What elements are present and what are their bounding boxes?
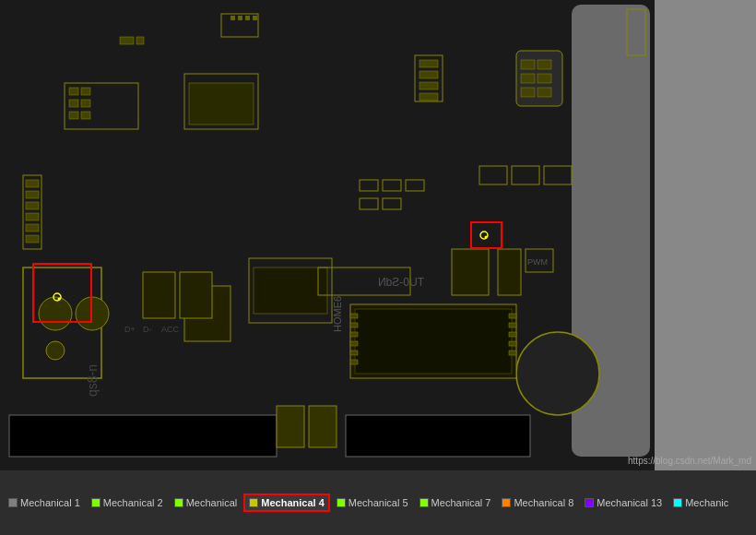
layer-item-mech3[interactable]: Mechanical — [170, 494, 242, 511]
svg-rect-40 — [9, 415, 277, 457]
layer-color-mech5 — [337, 498, 346, 507]
layer-bar: Mechanical 1Mechanical 2MechanicalMechan… — [0, 470, 756, 535]
svg-rect-58 — [26, 202, 39, 209]
layer-item-mech5[interactable]: Mechanical 5 — [332, 494, 413, 511]
highlight-box-2 — [470, 221, 502, 249]
svg-rect-27 — [537, 74, 551, 83]
layer-color-mech1 — [8, 498, 18, 507]
layer-item-mech2[interactable]: Mechanical 2 — [87, 494, 168, 511]
svg-rect-70 — [509, 314, 516, 318]
svg-rect-66 — [350, 332, 358, 337]
svg-rect-84 — [180, 272, 212, 318]
svg-rect-63 — [355, 309, 512, 374]
svg-rect-5 — [245, 16, 250, 20]
svg-rect-65 — [350, 323, 358, 327]
svg-text:PWM: PWM — [527, 257, 548, 267]
svg-rect-41 — [346, 415, 530, 457]
svg-rect-26 — [521, 74, 535, 83]
highlight-box-1 — [32, 263, 92, 323]
svg-rect-73 — [509, 341, 516, 346]
svg-rect-12 — [69, 100, 78, 107]
layer-color-mech3 — [174, 498, 183, 507]
svg-rect-68 — [350, 351, 358, 355]
svg-rect-7 — [120, 37, 134, 44]
svg-rect-25 — [537, 60, 551, 69]
layer-label-mech7: Mechanical 7 — [431, 497, 491, 508]
right-panel — [655, 0, 756, 470]
layer-item-mech4[interactable]: Mechanical 4 — [243, 493, 329, 512]
svg-rect-43 — [309, 406, 337, 447]
svg-rect-36 — [254, 268, 327, 314]
svg-rect-72 — [509, 332, 516, 337]
svg-rect-64 — [350, 314, 358, 318]
layer-label-mech2: Mechanical 2 — [103, 497, 163, 508]
svg-rect-42 — [277, 406, 304, 447]
svg-rect-56 — [26, 180, 39, 187]
layer-color-mech13 — [585, 498, 594, 507]
svg-text:HOME6: HOME6 — [332, 296, 343, 332]
svg-rect-39 — [498, 249, 521, 295]
svg-rect-59 — [26, 213, 39, 220]
svg-rect-6 — [253, 16, 257, 20]
layer-label-mech1: Mechanical 1 — [20, 497, 80, 508]
svg-rect-74 — [509, 351, 516, 355]
layer-color-mech4 — [249, 498, 258, 507]
svg-rect-57 — [26, 191, 39, 198]
svg-rect-11 — [81, 88, 90, 95]
svg-point-44 — [516, 332, 599, 415]
layer-item-mech1[interactable]: Mechanical 1 — [4, 494, 85, 511]
svg-text:D-: D- — [143, 325, 152, 334]
layer-item-mech13[interactable]: Mechanical 13 — [580, 494, 667, 511]
svg-rect-83 — [143, 272, 175, 318]
svg-rect-21 — [419, 82, 438, 89]
svg-rect-29 — [537, 88, 551, 97]
svg-rect-22 — [419, 93, 438, 101]
svg-rect-69 — [350, 360, 358, 364]
layer-item-mech8[interactable]: Mechanical 8 — [497, 494, 578, 511]
layer-color-mechx — [673, 498, 682, 507]
svg-rect-61 — [26, 235, 39, 243]
svg-rect-3 — [230, 16, 235, 20]
svg-rect-71 — [509, 323, 516, 327]
svg-rect-10 — [69, 88, 78, 95]
svg-rect-20 — [419, 71, 438, 78]
layer-item-mech7[interactable]: Mechanical 7 — [415, 494, 496, 511]
svg-rect-60 — [26, 224, 39, 232]
layer-label-mech8: Mechanical 8 — [514, 497, 573, 508]
svg-rect-28 — [521, 88, 535, 97]
layer-label-mech5: Mechanical 5 — [348, 497, 408, 508]
svg-rect-17 — [189, 83, 254, 125]
svg-rect-13 — [81, 100, 90, 107]
layer-color-mech8 — [502, 498, 511, 507]
layer-item-mechx[interactable]: Mechanic — [668, 494, 733, 511]
layer-label-mech4: Mechanical 4 — [261, 497, 324, 508]
svg-rect-38 — [452, 249, 489, 295]
svg-rect-67 — [350, 341, 358, 346]
pcb-svg: qs8-n TU0-SdN HOME6 PWM D+ D- ACC — [0, 0, 655, 470]
svg-text:TU0-SdN: TU0-SdN — [378, 276, 424, 289]
svg-text:qs8-n: qs8-n — [85, 364, 100, 397]
layer-label-mech3: Mechanical — [186, 497, 238, 508]
svg-rect-15 — [81, 112, 90, 119]
layer-label-mech13: Mechanical 13 — [597, 497, 662, 508]
layer-color-mech7 — [419, 498, 429, 507]
watermark: https://blog.csdn.net/Mark_md — [628, 456, 751, 466]
svg-text:D+: D+ — [124, 325, 136, 334]
svg-rect-8 — [136, 37, 144, 44]
layer-color-mech2 — [91, 498, 100, 507]
svg-rect-14 — [69, 112, 78, 119]
svg-text:ACC: ACC — [161, 325, 180, 334]
svg-rect-4 — [238, 16, 242, 20]
layer-label-mechx: Mechanic — [685, 497, 728, 508]
svg-point-33 — [46, 341, 65, 360]
svg-rect-24 — [521, 60, 535, 69]
svg-rect-19 — [419, 60, 438, 67]
pcb-canvas: qs8-n TU0-SdN HOME6 PWM D+ D- ACC — [0, 0, 655, 470]
